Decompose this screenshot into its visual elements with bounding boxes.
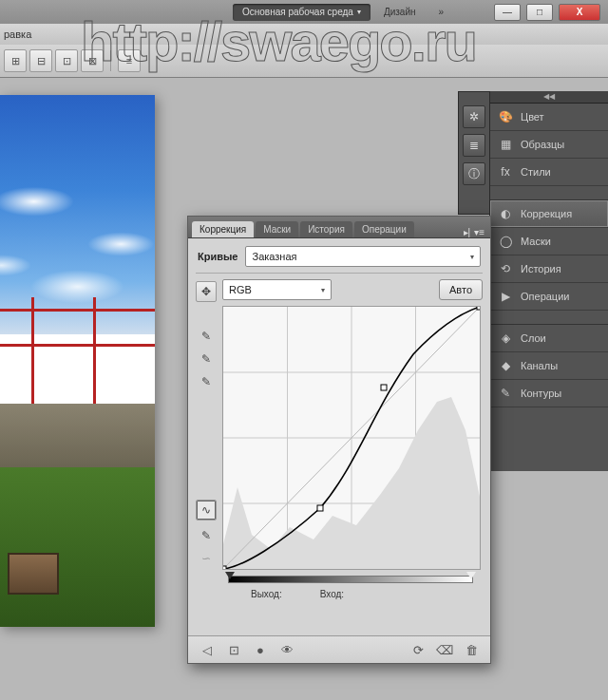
panel-row-label: Образцы (521, 139, 564, 150)
panel-row-label: Стили (521, 166, 551, 178)
panel-row-color[interactable]: 🎨 Цвет (490, 104, 608, 131)
workspace-active-label: Основная рабочая среда (242, 7, 353, 17)
svg-rect-7 (317, 505, 323, 511)
panel-row-label: Маски (521, 236, 551, 247)
close-button[interactable]: X (559, 4, 600, 21)
channel-select[interactable]: RGB ▾ (222, 279, 332, 300)
curve-tools-column: ✥ ✎ ✎ ✎ ∿ ✎ ∽ (196, 279, 217, 635)
panel-row-swatches[interactable]: ▦ Образцы (490, 131, 608, 159)
menu-item[interactable]: равка (4, 28, 31, 40)
toolopt-2[interactable]: ⊟ (29, 49, 52, 72)
panel-row-channels[interactable]: ◆ Каналы (490, 352, 608, 380)
panel-row-label: История (521, 263, 561, 274)
histogram-icon[interactable]: ≣ (463, 134, 485, 157)
chevron-down-icon: ▾ (357, 8, 361, 16)
channels-icon: ◆ (498, 358, 513, 373)
tab-expand-icon[interactable]: ▸| (464, 227, 471, 237)
palette-icon: 🎨 (498, 109, 513, 124)
svg-rect-8 (381, 385, 387, 390)
curve-pencil-tool[interactable]: ✎ (197, 528, 216, 543)
curves-graph[interactable] (222, 306, 481, 570)
workspace-selector-active[interactable]: Основная рабочая среда ▾ (233, 4, 370, 21)
actions-icon: ▶ (498, 289, 513, 304)
curve-smooth-tool[interactable]: ∽ (197, 551, 216, 566)
eyedropper-white[interactable]: ✎ (197, 374, 216, 389)
svg-rect-9 (477, 307, 480, 310)
styles-icon: fx (498, 164, 513, 180)
right-panel: ◀◀ 🎨 Цвет ▦ Образцы fx Стили ◐ Коррекция… (489, 91, 608, 471)
workspace-design[interactable]: Дизайн (374, 4, 426, 21)
channel-value: RGB (229, 284, 252, 295)
panel-row-label: Каналы (521, 360, 558, 371)
curve-point-tool[interactable]: ∿ (196, 500, 217, 520)
icon-strip: ✲ ≣ ⓘ (458, 91, 490, 215)
input-slider[interactable] (222, 572, 479, 585)
panel-gap (490, 186, 608, 200)
panel-row-styles[interactable]: fx Стили (490, 159, 608, 186)
tab-actions[interactable]: Операции (354, 221, 414, 237)
separator (110, 50, 111, 71)
panel-gap (490, 311, 608, 325)
workspace-more[interactable]: » (429, 4, 454, 21)
panel-row-label: Цвет (521, 111, 544, 123)
eyedropper-black[interactable]: ✎ (197, 329, 216, 344)
document-canvas[interactable] (0, 95, 155, 627)
tab-menu-icon[interactable]: ▾≡ (474, 227, 484, 237)
navigator-icon[interactable]: ✲ (463, 105, 485, 128)
expand-view-icon[interactable]: ⊡ (224, 641, 243, 658)
reset-icon[interactable]: ⌫ (435, 641, 454, 658)
input-label: Вход: (320, 589, 344, 599)
panel-collapse[interactable]: ◀◀ (490, 91, 608, 104)
panel-row-adjustments[interactable]: ◐ Коррекция (490, 200, 608, 228)
masks-icon: ◯ (498, 234, 513, 249)
adjustment-type-label: Кривые (198, 251, 238, 262)
photo-content (0, 95, 155, 627)
io-readout: Выход: Вход: (222, 585, 483, 599)
chevron-down-icon: ▾ (470, 253, 474, 261)
auto-button[interactable]: Авто (439, 279, 483, 300)
minimize-button[interactable]: — (494, 4, 521, 21)
toolopt-3[interactable]: ⊡ (55, 49, 78, 72)
tool-options-bar: ⊞ ⊟ ⊡ ⊠ ≡ (0, 45, 608, 78)
maximize-button[interactable]: □ (526, 4, 553, 21)
paths-icon: ✎ (498, 386, 513, 401)
toolopt-4[interactable]: ⊠ (81, 49, 104, 72)
divider (196, 273, 483, 274)
panel-row-layers[interactable]: ◈ Слои (490, 325, 608, 352)
adjustments-icon: ◐ (498, 206, 513, 221)
history-icon: ⟲ (498, 261, 513, 276)
tab-history[interactable]: История (300, 221, 352, 237)
swatches-icon: ▦ (498, 137, 513, 152)
black-point-knob[interactable] (225, 572, 235, 584)
menubar: равка (0, 24, 608, 46)
trash-icon[interactable]: 🗑 (462, 641, 481, 658)
adjustments-tabs: Коррекция Маски История Операции ▸| ▾≡ (188, 217, 490, 238)
adjustments-panel: Коррекция Маски История Операции ▸| ▾≡ К… (187, 216, 491, 664)
toggle-visibility-icon[interactable]: 👁 (277, 641, 296, 658)
preset-select[interactable]: Заказная ▾ (245, 246, 481, 267)
return-icon[interactable]: ◁ (198, 641, 217, 658)
panel-row-label: Слои (521, 332, 546, 344)
clip-to-layer-icon[interactable]: ● (251, 641, 270, 658)
panel-row-label: Контуры (521, 388, 561, 399)
panel-row-actions[interactable]: ▶ Операции (490, 283, 608, 311)
target-adjust-tool[interactable]: ✥ (196, 281, 217, 302)
tab-adjustments[interactable]: Коррекция (192, 221, 254, 237)
eyedropper-gray[interactable]: ✎ (197, 351, 216, 367)
adjustments-footer: ◁ ⊡ ● 👁 ⟳ ⌫ 🗑 (188, 635, 490, 663)
layers-icon: ◈ (498, 331, 513, 346)
tab-masks[interactable]: Маски (256, 221, 298, 237)
panel-row-history[interactable]: ⟲ История (490, 255, 608, 283)
toolopt-1[interactable]: ⊞ (4, 49, 27, 72)
panel-row-label: Операции (521, 291, 569, 302)
preset-value: Заказная (252, 251, 296, 262)
white-point-knob[interactable] (466, 572, 476, 584)
panel-row-paths[interactable]: ✎ Контуры (490, 380, 608, 407)
output-label: Выход: (251, 589, 282, 599)
info-icon[interactable]: ⓘ (463, 162, 485, 185)
previous-state-icon[interactable]: ⟳ (408, 641, 428, 658)
chevron-down-icon: ▾ (321, 286, 325, 294)
toolopt-5[interactable]: ≡ (118, 49, 141, 72)
svg-rect-6 (223, 566, 226, 569)
panel-row-masks[interactable]: ◯ Маски (490, 228, 608, 255)
